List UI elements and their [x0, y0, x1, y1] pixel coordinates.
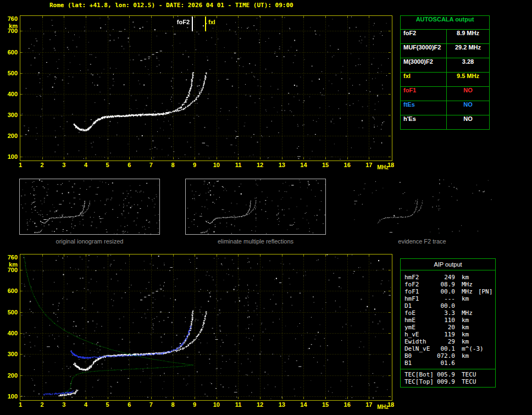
autoscala-app-window: Rome (lat: +41.8, lon: 012.5) - DATE: 20…	[0, 0, 532, 415]
x-tick-label: 1	[19, 162, 22, 168]
x-tick-label: 16	[344, 401, 351, 408]
aip-row-name: foF1	[404, 288, 436, 295]
aip-row-unit: km	[462, 274, 469, 281]
profile-ionogram-canvas	[20, 254, 391, 399]
autoscala-row-label: fxI	[401, 73, 447, 86]
thumbnail-caption-original: original ionogram resized	[19, 238, 160, 245]
autoscala-row-label: ftEs	[401, 101, 447, 115]
x-tick-label: 12	[257, 401, 263, 408]
aip-row-note: [PN]	[478, 288, 493, 295]
y-tick-label: 300	[0, 112, 18, 118]
aip-row-name: DelN_vE	[404, 345, 436, 352]
aip-row-name: TEC[Top]	[404, 378, 436, 385]
x-tick-label: 1	[19, 401, 22, 408]
x-tick-label: 10	[213, 401, 220, 408]
autoscala-row: ftEsNO	[401, 101, 489, 115]
x-tick-label: 7	[149, 401, 153, 408]
aip-row-unit: km	[462, 295, 469, 302]
aip-row-value: 072.0	[436, 352, 455, 359]
x-axis-unit: MHz	[377, 164, 389, 170]
y-tick-label: 100	[0, 393, 18, 400]
autoscala-row-label: h'Es	[401, 115, 447, 129]
aip-row-unit: m^(-3)	[462, 345, 484, 352]
aip-row-value: 3.3	[436, 309, 455, 317]
aip-row-name: hmE	[404, 317, 436, 324]
autoscala-row: M(3000)F23.28	[401, 58, 489, 73]
autoscala-output-table: AUTOSCALA output foF28.9 MHzMUF(3000)F22…	[400, 15, 490, 130]
aip-row: h_vE119km	[404, 331, 493, 338]
autoscala-table-title: AUTOSCALA output	[401, 16, 489, 30]
aip-row: hmE110km	[404, 317, 493, 324]
autoscala-row-label: foF1	[401, 87, 447, 101]
autoscala-row-label: M(3000)F2	[401, 58, 447, 72]
x-tick-label: 10	[213, 162, 220, 168]
x-tick-label: 17	[365, 401, 372, 408]
aip-tec-rows: TEC[Bot]005.9TECUTEC[Top]009.9TECU	[401, 369, 495, 387]
x-tick-label: 15	[322, 401, 329, 408]
main-ionogram-canvas	[20, 16, 391, 159]
aip-row: hmF1---km	[404, 295, 493, 302]
x-tick-label: 5	[106, 162, 109, 168]
thumbnail-eliminate-reflections-canvas	[186, 179, 325, 234]
x-tick-label: 13	[279, 401, 285, 408]
aip-row-name: D1	[404, 302, 436, 309]
aip-row-unit: km	[462, 317, 469, 324]
x-tick-label: 3	[62, 162, 65, 168]
aip-row-value: 00.1	[436, 345, 455, 352]
x-tick-label: 2	[41, 401, 44, 408]
page-title: Rome (lat: +41.8, lon: 012.5) - DATE: 20…	[49, 2, 293, 9]
x-tick-label: 15	[322, 162, 329, 168]
aip-row-unit: km	[462, 338, 469, 345]
aip-row-unit: km	[462, 352, 469, 359]
aip-row-name: B0	[404, 352, 436, 359]
autoscala-row-value: NO	[447, 115, 489, 129]
x-tick-label: 8	[171, 401, 174, 408]
x-tick-label: 2	[41, 162, 44, 168]
x-tick-label: 12	[257, 162, 263, 168]
aip-row-name: foF2	[404, 281, 436, 288]
aip-row-name: B1	[404, 359, 436, 367]
aip-row-value: 00.0	[436, 302, 455, 309]
y-tick-label: 600	[0, 49, 18, 56]
x-tick-label: 14	[300, 162, 307, 168]
thumbnail-original-ionogram-canvas	[20, 179, 159, 234]
aip-row-name: h_vE	[404, 331, 436, 338]
aip-row-value: 08.9	[436, 281, 455, 288]
autoscala-row-label: foF2	[401, 30, 447, 43]
y-tick-label: 760	[0, 15, 18, 22]
y-tick-label: 760	[0, 254, 18, 261]
x-axis-unit: MHz	[377, 404, 389, 410]
aip-row-name: hmF2	[404, 274, 436, 281]
profile-ionogram-plot	[20, 254, 392, 401]
x-tick-label: 17	[365, 162, 372, 168]
aip-row: B0072.0km	[404, 352, 493, 359]
autoscala-row-value: 29.2 MHz	[447, 44, 489, 58]
aip-table-title: AIP output	[401, 259, 495, 270]
aip-row: hmF2249km	[404, 274, 493, 281]
aip-row-unit: km	[462, 324, 469, 331]
aip-row-unit: TECU	[462, 378, 476, 385]
aip-row-name: Ewidth	[404, 338, 436, 345]
x-tick-label: 5	[106, 401, 109, 408]
x-tick-label: 9	[193, 401, 196, 408]
autoscala-row: fxI9.5 MHz	[401, 73, 489, 87]
x-tick-label: 4	[84, 162, 87, 168]
x-tick-label: 3	[62, 401, 65, 408]
aip-row: ymE20km	[404, 324, 493, 331]
autoscala-row: foF1NO	[401, 87, 489, 101]
aip-row-value: 249	[436, 274, 455, 281]
aip-row-value: 009.9	[436, 378, 455, 385]
y-tick-label: 600	[0, 287, 18, 294]
y-tick-label: 100	[0, 153, 18, 160]
aip-row-value: 119	[436, 331, 455, 338]
autoscala-row: MUF(3000)F229.2 MHz	[401, 44, 489, 58]
x-tick-label: 7	[149, 162, 153, 168]
autoscala-row-value: 3.28	[447, 58, 489, 72]
y-tick-label: 500	[0, 309, 18, 316]
x-tick-label: 11	[235, 162, 242, 168]
x-tick-label: 13	[279, 162, 285, 168]
main-ionogram-plot	[20, 15, 392, 161]
aip-row-name: hmF1	[404, 295, 436, 302]
aip-row: B101.6	[404, 359, 493, 367]
x-tick-label: 14	[300, 401, 307, 408]
